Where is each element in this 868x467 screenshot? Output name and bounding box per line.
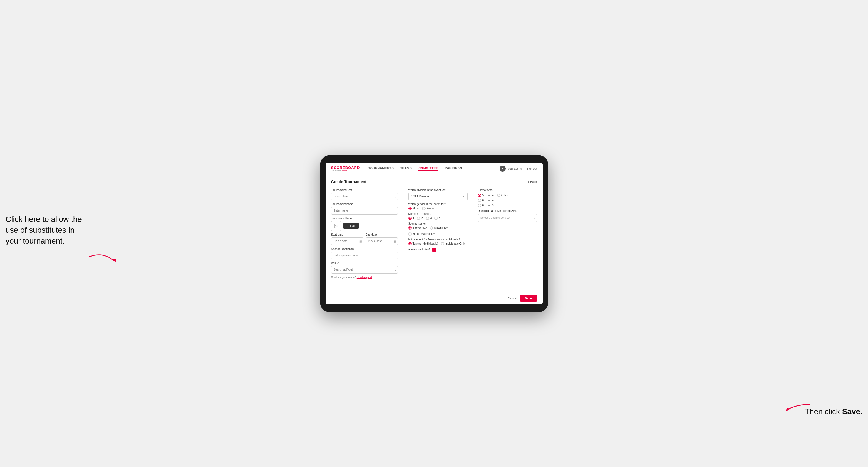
nav-separator: | (524, 167, 525, 170)
allow-substitutes-group: Allow substitutes? ✓ (408, 248, 468, 252)
page-header: Create Tournament ‹ Back (331, 180, 537, 184)
page-footer: Cancel Save (326, 292, 543, 305)
scoring-service-select[interactable]: Select a scoring service (478, 214, 537, 222)
cant-find-text: Can't find your venue? email support (331, 276, 398, 279)
nav-links: TOURNAMENTS TEAMS COMMITTEE RANKINGS (368, 166, 500, 171)
venue-input[interactable] (331, 266, 398, 274)
radio-round-1[interactable]: 1 (408, 217, 414, 220)
scoring-system-radio-group: Stroke Play Match Play Medal Match Play (408, 226, 468, 236)
chevron-down-icon-venue: ⌄ (394, 268, 396, 271)
page-title: Create Tournament (331, 180, 367, 184)
radio-circle-stroke (408, 226, 412, 229)
teams-individuals-label: Is this event for Teams and/or Individua… (408, 238, 468, 241)
division-group: Which division is the event for? NCAA Di… (408, 188, 468, 200)
scoring-service-wrap: Select a scoring service ⌄ (478, 214, 537, 222)
radio-round-2[interactable]: 2 (417, 217, 423, 220)
sponsor-label: Sponsor (optional) (331, 247, 398, 250)
chevron-down-icon-scoring: ⌄ (533, 216, 535, 219)
format-type-grid: 5 count 4 Other 6 count 4 (478, 194, 537, 207)
radio-circle-r3 (426, 217, 429, 220)
scoring-system-label: Scoring system (408, 222, 468, 225)
venue-label: Venue (331, 261, 398, 265)
radio-individuals-only[interactable]: Individuals Only (441, 242, 465, 246)
upload-button[interactable]: Upload (343, 223, 359, 229)
nav-rankings[interactable]: RANKINGS (445, 166, 462, 171)
tournament-name-input[interactable] (331, 207, 398, 215)
end-date-group: End date ▦ (366, 233, 398, 245)
cancel-button[interactable]: Cancel (507, 297, 517, 300)
tournament-host-input[interactable] (331, 193, 398, 200)
scoring-service-label: Use third-party live scoring API? (478, 209, 537, 212)
col-left: Tournament Host ⌄ Tournament name Tourna… (331, 188, 398, 279)
radio-other[interactable]: Other (497, 194, 508, 197)
nav-tournaments[interactable]: TOURNAMENTS (368, 166, 394, 171)
allow-substitutes-checkbox[interactable]: ✓ (432, 248, 436, 252)
radio-5count4[interactable]: 5 count 4 (478, 194, 494, 197)
division-label: Which division is the event for? (408, 188, 468, 191)
nav-teams[interactable]: TEAMS (400, 166, 412, 171)
teams-individuals-group: Is this event for Teams and/or Individua… (408, 238, 468, 246)
avatar: B (500, 165, 506, 172)
radio-circle-mens (408, 207, 412, 210)
end-date-input[interactable] (366, 238, 398, 245)
arrow-left-icon (86, 249, 120, 265)
nav-committee[interactable]: COMMITTEE (418, 166, 438, 171)
radio-mens[interactable]: Mens (408, 207, 420, 210)
radio-womens[interactable]: Womens (422, 207, 437, 210)
page-content: Create Tournament ‹ Back Tournament Host… (326, 175, 543, 292)
sign-out-link[interactable]: Sign out (527, 167, 537, 170)
venue-group: Venue ⌄ (331, 261, 398, 274)
sponsor-group: Sponsor (optional) (331, 247, 398, 259)
tournament-host-input-wrap: ⌄ (331, 193, 398, 200)
scoring-system-group: Scoring system Stroke Play Match Play (408, 222, 468, 236)
annotation-right: Then click Save. (805, 406, 862, 417)
tournament-name-group: Tournament name (331, 203, 398, 215)
radio-stroke-play[interactable]: Stroke Play (408, 226, 427, 229)
format-row-2: 6 count 4 (478, 199, 537, 202)
arrow-right-icon (784, 402, 812, 413)
radio-circle-5c4 (478, 194, 481, 197)
tablet-screen: SCOREBOARD Powered by clippd TOURNAMENTS… (326, 163, 543, 305)
calendar-icon: ▦ (359, 240, 362, 243)
format-row-3: 6 count 5 (478, 204, 537, 207)
radio-medal-match[interactable]: Medal Match Play (408, 232, 435, 236)
save-button[interactable]: Save (520, 295, 537, 302)
start-date-input[interactable] (331, 238, 364, 245)
tournament-logo-label: Tournament logo (331, 217, 398, 220)
radio-match-play[interactable]: Match Play (430, 226, 448, 229)
division-select[interactable]: NCAA Division I (408, 193, 468, 200)
format-type-label: Format type (478, 188, 537, 191)
rounds-label: Number of rounds (408, 212, 468, 215)
radio-circle-r1 (408, 217, 412, 220)
form: Tournament Host ⌄ Tournament name Tourna… (331, 188, 537, 279)
radio-teams-individuals[interactable]: Teams (+Individuals) (408, 242, 438, 246)
radio-round-4[interactable]: 4 (434, 217, 440, 220)
radio-6count4[interactable]: 6 count 4 (478, 199, 494, 202)
dates-group: Start date ▦ End date ▦ (331, 233, 398, 245)
format-type-group: Format type 5 count 4 Other (478, 188, 537, 207)
sponsor-input[interactable] (331, 252, 398, 259)
start-date-wrap: ▦ (331, 238, 364, 245)
gender-group: Which gender is the event for? Mens Wome… (408, 203, 468, 210)
svg-point-3 (335, 225, 336, 225)
radio-circle-r4 (434, 217, 438, 220)
radio-6count5[interactable]: 6 count 5 (478, 204, 494, 207)
teams-radio-group: Teams (+Individuals) Individuals Only (408, 242, 468, 246)
allow-substitutes-label[interactable]: Allow substitutes? ✓ (408, 248, 468, 252)
start-date-label: Start date (331, 233, 364, 236)
tournament-host-group: Tournament Host ⌄ (331, 188, 398, 200)
logo-upload-area: Upload (331, 221, 398, 231)
nav-right: B blair admin | Sign out (500, 165, 537, 172)
logo: SCOREBOARD Powered by clippd (331, 166, 360, 172)
radio-round-3[interactable]: 3 (426, 217, 432, 220)
radio-circle-match (430, 226, 433, 229)
annotation-left: Click here to allow the use of substitut… (6, 214, 84, 247)
rounds-group: Number of rounds 1 2 (408, 212, 468, 220)
radio-circle-6c5 (478, 204, 481, 207)
format-row-1: 5 count 4 Other (478, 194, 537, 197)
back-link[interactable]: ‹ Back (528, 180, 537, 183)
chevron-down-icon: ⌄ (394, 195, 396, 198)
gender-radio-group: Mens Womens (408, 207, 468, 210)
radio-circle-6c4 (478, 199, 481, 202)
email-support-link[interactable]: email support (357, 276, 372, 279)
